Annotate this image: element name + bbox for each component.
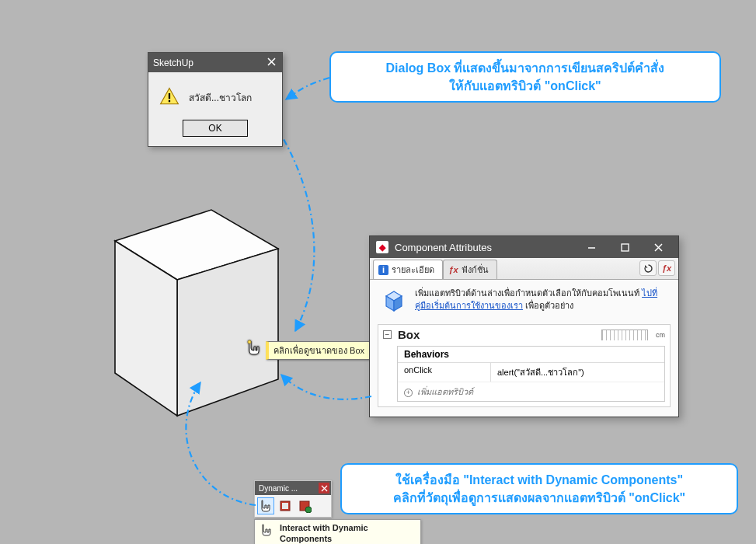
unit-label: cm — [656, 331, 665, 339]
plus-icon: + — [404, 389, 413, 397]
sketchup-logo-icon: ◆ — [376, 241, 388, 253]
dynamic-tooltip: Interact with Dynamic Components Interac… — [254, 519, 421, 544]
svg-rect-2 — [169, 100, 170, 102]
minimize-button[interactable] — [575, 236, 608, 258]
svg-point-15 — [305, 507, 312, 513]
interact-tool-icon — [260, 523, 273, 544]
pointer-cursor-icon — [247, 340, 263, 361]
alert-message: สวัสดี...ชาวโลก — [189, 90, 252, 105]
attribute-group: − Box cm Behaviors onClick alert("สวัสดี… — [378, 324, 671, 407]
svg-rect-8 — [622, 244, 629, 251]
cube-shape[interactable] — [78, 194, 287, 426]
ca-title: Component Attributes — [395, 242, 492, 253]
component-options-icon[interactable] — [277, 497, 294, 514]
ruler-icon — [601, 330, 648, 340]
tab-functions-label: ฟังก์ชั่น — [462, 263, 489, 277]
alert-title: SketchUp — [153, 58, 193, 68]
add-attribute-label: เพิ่มแอตทริบิวต์ — [417, 387, 473, 396]
callout-top-line1: Dialog Box ที่แสดงขึ้นมาจากการเขียนสคริป… — [343, 59, 707, 77]
component-icon — [381, 288, 407, 316]
ca-intro-text: เพิ่มแอตทริบิวต์ด้านล่างเพื่อกำหนดตัวเลื… — [415, 288, 667, 312]
close-icon[interactable] — [265, 58, 277, 68]
svg-point-6 — [248, 340, 251, 343]
svg-rect-1 — [169, 93, 170, 99]
maximize-button[interactable] — [608, 236, 642, 258]
close-button[interactable] — [642, 236, 675, 258]
ok-button[interactable]: OK — [183, 120, 248, 137]
attr-row-onclick[interactable]: onClick alert("สวัสดี...ชาวโลก") — [398, 363, 664, 382]
tab-info[interactable]: i รายละเอียด — [373, 260, 443, 279]
interact-tool-icon[interactable] — [257, 497, 274, 514]
collapse-toggle[interactable]: − — [383, 330, 392, 339]
alert-dialog: SketchUp สวัสดี...ชาวโลก OK — [148, 52, 283, 147]
tab-functions[interactable]: ƒx ฟังก์ชั่น — [443, 260, 497, 279]
add-attribute-row[interactable]: +เพิ่มแอตทริบิวต์ — [398, 382, 664, 401]
attr-value: alert("สวัสดี...ชาวโลก") — [491, 363, 664, 382]
callout-top: Dialog Box ที่แสดงขึ้นมาจากการเขียนสคริป… — [329, 51, 721, 103]
component-attributes-window: ◆ Component Attributes i รายละเอียด ƒx ฟ… — [369, 235, 679, 417]
tab-info-label: รายละเอียด — [392, 263, 434, 277]
info-icon: i — [378, 265, 388, 275]
refresh-button[interactable] — [639, 260, 657, 276]
alert-titlebar[interactable]: SketchUp — [148, 53, 282, 72]
dynamic-toolbar-title: Dynamic ... — [259, 484, 298, 493]
ca-intro-prefix: เพิ่มแอตทริบิวต์ด้านล่างเพื่อกำหนดตัวเลื… — [415, 288, 642, 298]
behaviors-header: Behaviors — [398, 347, 664, 363]
toolbar-close-icon[interactable] — [319, 483, 329, 493]
component-name: Box — [398, 328, 595, 341]
dynamic-toolbar[interactable]: Dynamic ... — [254, 480, 332, 518]
component-attributes-icon[interactable] — [296, 497, 313, 514]
tooltip-title: Interact with Dynamic Components — [280, 523, 416, 544]
ca-intro-suffix: เพื่อดูตัวอย่าง — [523, 301, 573, 310]
svg-rect-13 — [282, 503, 288, 509]
callout-bot-line2: คลิกที่วัตถุเพื่อดูการแสดงผลจากแอตทริบิว… — [354, 489, 724, 507]
callout-top-line2: ให้กับแอตทริบิวต์ "onClick" — [343, 77, 707, 95]
attr-name: onClick — [398, 363, 491, 382]
fx-icon: ƒx — [448, 265, 458, 275]
cursor-tooltip: คลิกเพื่อดูขนาดของ Box — [266, 341, 371, 360]
callout-bottom: ใช้เครื่องมือ "Interact with Dynamic Com… — [340, 463, 738, 514]
warning-icon — [159, 86, 179, 109]
callout-bot-line1: ใช้เครื่องมือ "Interact with Dynamic Com… — [354, 471, 724, 489]
toggle-formula-button[interactable]: ƒx — [658, 260, 675, 276]
ca-titlebar[interactable]: ◆ Component Attributes — [370, 236, 678, 258]
